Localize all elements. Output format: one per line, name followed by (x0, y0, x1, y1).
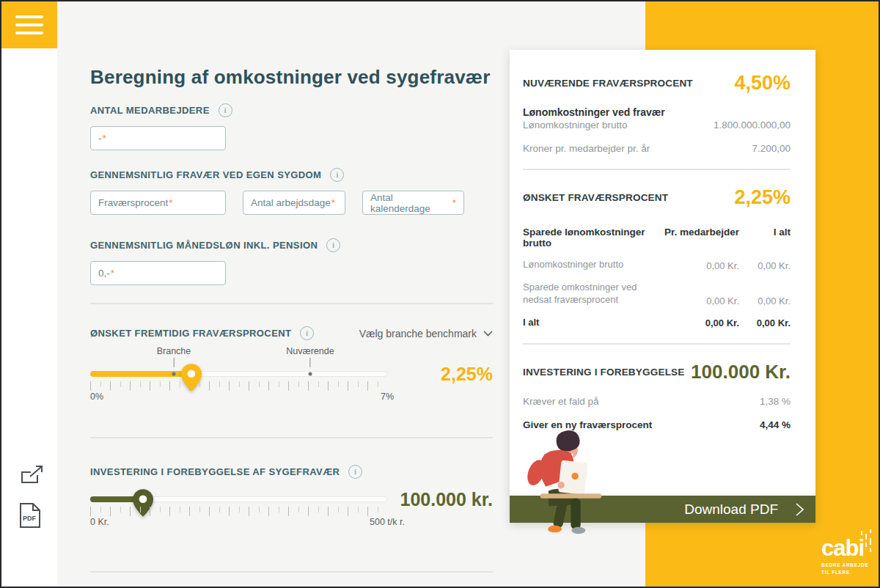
col-header: I alt (739, 227, 791, 249)
row-label: Lønomkostninger brutto (523, 120, 628, 131)
slider-max-label: 500 t/k r. (370, 517, 405, 527)
desired-percent-value: 2,25% (734, 186, 791, 209)
desired-percent-label: ØNSKET FRAVÆRSPROCENT (523, 192, 668, 203)
savings-table-header: Sparede lønomkostninger brutto Pr. medar… (523, 227, 791, 249)
employees-label: ANTAL MEDARBEJDERE (90, 105, 210, 116)
slider-track-zone: Branche Nuværende (90, 346, 387, 419)
salary-label: GENNEMSNITLIG MÅNEDSLØN INKL. PENSION (90, 240, 318, 251)
row-value: 4,44 % (760, 419, 791, 430)
current-percent-value: 4,50% (734, 72, 791, 95)
target-label-row: ØNSKET FREMTIDIG FRAVÆRSPROCENT i (90, 326, 314, 340)
result-row-total: Giver en ny fraværsprocent 4,44 % (523, 419, 791, 430)
pdf-file-icon: PDF (19, 502, 41, 529)
col-header: Pr. medarbejder (657, 227, 739, 249)
app-window: PDF Beregning af omkostninger ved sygefr… (0, 0, 880, 588)
row-label: Lønomkostninger brutto (523, 258, 657, 271)
salary-input[interactable]: 0,- * (90, 261, 226, 285)
section-divider (90, 303, 493, 304)
download-pdf-button[interactable]: Download PDF (510, 496, 815, 523)
row-value: 1.800.000.000,00 (714, 120, 791, 131)
results-panel: NUVÆRENDE FRAVÆRSPROCENT 4,50% Lønomkost… (510, 50, 815, 523)
workdays-input[interactable]: Antal arbejdsdage * (243, 191, 345, 215)
row-label: Sparede omkostninger ved nedsat fraværsp… (523, 281, 657, 306)
target-percent-value: 2,25% (441, 364, 493, 385)
required-asterisk: * (331, 197, 335, 208)
benchmark-label: Vælg branche benchmark (359, 328, 477, 339)
target-label: ØNSKET FREMTIDIG FRAVÆRSPROCENT (90, 328, 291, 339)
row-label: Giver en ny fraværsprocent (523, 419, 652, 430)
required-asterisk: * (169, 197, 172, 208)
absence-inputs-row: Fraværsprocent * Antal arbejdsdage * Ant… (90, 191, 493, 215)
wage-costs-group-title: Lønomkostninger ved fravær (523, 106, 791, 118)
table-row: Sparede omkostninger ved nedsat fraværsp… (523, 281, 791, 306)
calculator-form: Beregning af omkostninger ved sygefravær… (90, 1, 493, 573)
result-row: Kroner pr. medarbejder pr. år 7.200,00 (523, 143, 791, 154)
panel-divider (523, 343, 791, 345)
hamburger-menu-button[interactable] (1, 1, 57, 48)
chevron-down-icon (483, 331, 493, 337)
investment-summary-label: INVESTERING I FOREBYGGELSE (523, 367, 684, 378)
pdf-button[interactable]: PDF (19, 502, 41, 532)
slider-ticks (90, 507, 387, 516)
row-total-value: 0,00 Kr. (739, 317, 791, 328)
page-title: Beregning af omkostninger ved sygefravær (90, 66, 493, 89)
panel-divider (523, 169, 791, 170)
download-pdf-label: Download PDF (684, 501, 778, 518)
placeholder-text: 0,- (98, 268, 110, 279)
info-icon[interactable]: i (300, 326, 314, 340)
row-total-value: 0,00 Kr. (739, 260, 791, 271)
result-row: Lønomkostninger brutto 1.800.000.000,00 (523, 120, 791, 131)
info-icon[interactable]: i (330, 168, 344, 182)
current-marker-dot (309, 372, 312, 376)
slider-track-zone: 0 Kr. 500 t/k r. (90, 485, 387, 546)
share-button[interactable] (19, 463, 45, 490)
investment-slider: 0 Kr. 500 t/k r. 100.000 kr. (90, 485, 493, 546)
current-marker-label: Nuværende (286, 346, 334, 356)
required-asterisk: * (111, 268, 114, 279)
marker-line (309, 358, 310, 367)
absence-label-row: GENNEMSNITLIG FRAVÆR VED EGEN SYGDOM i (90, 168, 493, 182)
required-asterisk: * (452, 197, 456, 208)
investment-summary-value: 100.000 Kr. (691, 361, 791, 383)
row-per-value: 0,00 Kr. (657, 260, 739, 271)
calendar-days-input[interactable]: Antal kalenderdage * (362, 191, 464, 215)
slider-ticks (90, 381, 387, 391)
hamburger-icon (15, 32, 43, 34)
current-percent-label: NUVÆRENDE FRAVÆRSPROCENT (523, 78, 693, 89)
cabi-logo-text: cabi (821, 537, 873, 559)
investment-label-row: INVESTERING I FOREBYGGELSE AF SYGEFRAVÆR… (90, 465, 493, 479)
info-icon[interactable]: i (326, 238, 340, 252)
slider-track[interactable] (90, 371, 387, 377)
row-per-value: 0,00 Kr. (657, 295, 739, 306)
placeholder-text: - (98, 133, 102, 144)
row-value: 1,38 % (760, 396, 791, 407)
info-icon[interactable]: i (219, 103, 232, 117)
row-label: I alt (523, 316, 657, 329)
table-row: Lønomkostninger brutto 0,00 Kr. 0,00 Kr. (523, 258, 791, 271)
absence-label: GENNEMSNITLIG FRAVÆR VED EGEN SYGDOM (90, 169, 321, 180)
svg-text:PDF: PDF (23, 515, 37, 522)
required-asterisk: * (103, 133, 106, 144)
salary-label-row: GENNEMSNITLIG MÅNEDSLØN INKL. PENSION i (90, 238, 493, 252)
cabi-logo: cabi BEDRE ARBEJDE TIL FLERE (821, 537, 873, 577)
row-total-value: 0,00 Kr. (739, 295, 791, 306)
row-label: Kroner pr. medarbejder pr. år (523, 143, 650, 154)
placeholder-text: Antal arbejdsdage (251, 197, 331, 208)
col-header: Sparede lønomkostninger brutto (523, 227, 657, 249)
result-row: Kræver et fald på 1,38 % (523, 396, 791, 407)
benchmark-dropdown[interactable]: Vælg branche benchmark (359, 328, 493, 339)
placeholder-text: Fraværsprocent (98, 197, 168, 208)
absence-percent-input[interactable]: Fraværsprocent * (90, 191, 226, 215)
target-percent-slider: Branche Nuværende (90, 346, 493, 419)
marker-line (174, 358, 175, 367)
slider-max-label: 7% (381, 392, 394, 402)
slider-min-label: 0 Kr. (90, 517, 109, 527)
current-marker: Nuværende (286, 346, 334, 367)
employees-input[interactable]: - * (90, 126, 226, 150)
industry-marker-dot (172, 372, 176, 376)
investment-value: 100.000 kr. (400, 489, 493, 510)
target-section-header: ØNSKET FREMTIDIG FRAVÆRSPROCENT i Vælg b… (90, 326, 493, 340)
info-icon[interactable]: i (348, 465, 362, 479)
share-icon (19, 463, 45, 487)
row-label: Kræver et fald på (523, 396, 599, 407)
